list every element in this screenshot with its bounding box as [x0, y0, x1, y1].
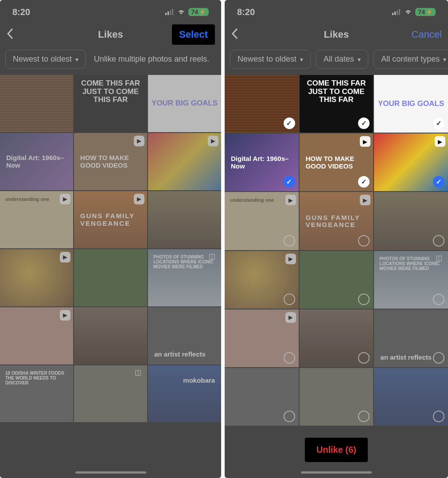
reels-icon: ▶: [134, 194, 144, 204]
selection-circle[interactable]: [284, 411, 295, 422]
svg-rect-2: [170, 10, 171, 15]
svg-rect-4: [392, 13, 393, 15]
selection-checkmark[interactable]: ✓: [284, 118, 295, 129]
tile-understanding[interactable]: ▶understanding one: [225, 192, 299, 250]
sort-filter[interactable]: Newest to oldest ▾: [5, 50, 86, 69]
unlike-label: Unlike: [316, 445, 343, 454]
reels-icon: ▶: [360, 195, 370, 205]
selection-circle[interactable]: [284, 352, 295, 364]
filter-row: Newest to oldest ▾ Unlike multiple photo…: [0, 45, 221, 75]
wifi-icon: [177, 9, 186, 15]
reels-icon: ▶: [60, 310, 70, 321]
tile-odisha[interactable]: 10 ODISHA WINTER FOODS THE WORLD NEEDS T…: [0, 365, 73, 423]
tile-make-videos[interactable]: ▶HOW TO MAKE GOOD VIDEOS✓: [300, 133, 374, 191]
tile-person[interactable]: [300, 310, 374, 367]
tile-moko[interactable]: mokobara: [148, 365, 221, 423]
date-filter-label: All dates: [323, 55, 354, 64]
select-button[interactable]: Select: [172, 24, 215, 45]
phone-screenshot-right: 8:20 74⚡ Likes Cancel Newest to oldest ▾…: [225, 0, 448, 478]
tile-nike[interactable]: ▶✓: [374, 133, 448, 191]
tile-grass[interactable]: [300, 251, 374, 309]
svg-rect-5: [394, 12, 396, 15]
tile-pink[interactable]: ▶: [225, 310, 299, 367]
tile-snow[interactable]: ◫PHOTOS OF STUNNING LOCATIONS WHERE ICON…: [148, 249, 221, 306]
tile-big-goals[interactable]: YOUR BIG GOALS: [148, 75, 221, 132]
chevron-down-icon: ▾: [443, 56, 446, 63]
nav-bar: Likes Select: [0, 24, 221, 45]
back-button[interactable]: [231, 27, 239, 42]
tile-grass[interactable]: [74, 249, 147, 306]
sort-filter[interactable]: Newest to oldest ▾: [230, 50, 311, 69]
selection-circle[interactable]: [284, 294, 295, 305]
tile-understanding[interactable]: ▶understanding one: [0, 191, 73, 248]
phone-screenshot-left: 8:20 74⚡ Likes Select Newest to oldest ▾…: [0, 0, 221, 478]
reels-icon: ▶: [134, 136, 144, 146]
selection-checkmark[interactable]: ✓: [284, 176, 295, 188]
tile-come-far[interactable]: COME THIS FAR JUST TO COME THIS FAR: [74, 75, 147, 132]
filter-row: Newest to oldest ▾ All dates ▾ All conte…: [225, 45, 448, 75]
tile-snow[interactable]: ◫PHOTOS OF STUNNING LOCATIONS WHERE ICON…: [374, 251, 448, 309]
tile-wood[interactable]: ✓: [225, 75, 299, 133]
chevron-left-icon: [6, 27, 14, 40]
tile-guns[interactable]: ▶GUNS FAMILY VENGEANCE: [300, 192, 374, 250]
tile-food[interactable]: ▶: [225, 251, 299, 309]
tile-moko[interactable]: [374, 368, 448, 426]
reels-icon: ▶: [60, 252, 70, 263]
selection-circle[interactable]: [433, 294, 444, 305]
tile-digital-art[interactable]: Digital Art: 1960s–Now: [0, 133, 73, 190]
tile-guns[interactable]: ▶GUNS FAMILY VENGEANCE: [74, 191, 147, 248]
status-time: 8:20: [12, 7, 30, 17]
carousel-icon: ◫: [436, 254, 445, 263]
selection-circle[interactable]: [358, 235, 370, 247]
reels-icon: ▶: [285, 254, 296, 264]
selection-circle[interactable]: [433, 352, 444, 364]
tile-nike[interactable]: ▶: [148, 133, 221, 190]
selection-checkmark[interactable]: ✓: [358, 118, 370, 129]
date-filter[interactable]: All dates ▾: [316, 50, 368, 69]
status-bar: 8:20 74⚡: [225, 0, 448, 24]
tile-person[interactable]: [74, 307, 147, 364]
battery-indicator: 74⚡: [415, 8, 436, 16]
selection-checkmark[interactable]: ✓: [433, 118, 444, 129]
tile-digital-art[interactable]: Digital Art: 1960s–Now✓: [225, 133, 299, 191]
carousel-icon: ◫: [209, 252, 218, 262]
svg-rect-0: [165, 13, 167, 15]
selection-checkmark[interactable]: ✓: [358, 176, 370, 188]
battery-indicator: 74⚡: [188, 8, 209, 16]
likes-grid: COME THIS FAR JUST TO COME THIS FAR YOUR…: [0, 75, 221, 422]
reels-icon: ▶: [60, 194, 70, 204]
tile-big-goals[interactable]: YOUR BIG GOALS✓: [374, 75, 448, 133]
tile-road[interactable]: ◫: [74, 365, 147, 423]
tile-pink[interactable]: ▶: [0, 307, 73, 364]
home-indicator[interactable]: [301, 471, 372, 474]
tile-food[interactable]: ▶: [0, 249, 73, 306]
selection-circle[interactable]: [358, 352, 370, 364]
cellular-icon: [165, 9, 174, 15]
hint-text: Unlike multiple photos and reels.: [91, 55, 216, 64]
selection-circle[interactable]: [358, 294, 370, 305]
selection-circle[interactable]: [284, 235, 295, 247]
chevron-down-icon: ▾: [358, 56, 361, 63]
tile-come-far[interactable]: COME THIS FAR JUST TO COME THIS FAR✓: [300, 75, 374, 133]
selection-circle[interactable]: [433, 411, 444, 422]
sort-filter-label: Newest to oldest: [238, 55, 296, 64]
carousel-icon: ◫: [135, 368, 144, 378]
tile-odisha[interactable]: [225, 368, 299, 426]
content-filter[interactable]: All content types ▾: [374, 50, 448, 69]
tile-make-videos[interactable]: ▶HOW TO MAKE GOOD VIDEOS: [74, 133, 147, 190]
unlike-button[interactable]: Unlike (6): [305, 438, 368, 462]
tile-suit[interactable]: an artist reflects: [374, 310, 448, 367]
home-indicator[interactable]: [75, 471, 146, 474]
tile-face1[interactable]: [148, 191, 221, 248]
tile-face1[interactable]: [374, 192, 448, 250]
back-button[interactable]: [6, 27, 14, 42]
cancel-button[interactable]: Cancel: [412, 29, 442, 40]
selection-checkmark[interactable]: ✓: [433, 176, 444, 188]
svg-rect-6: [397, 10, 398, 15]
selection-circle[interactable]: [433, 235, 444, 247]
tile-wood[interactable]: [0, 75, 73, 132]
tile-road[interactable]: [300, 368, 374, 426]
svg-rect-1: [168, 12, 169, 15]
tile-suit[interactable]: an artist reflects: [148, 307, 221, 364]
selection-circle[interactable]: [358, 411, 370, 422]
